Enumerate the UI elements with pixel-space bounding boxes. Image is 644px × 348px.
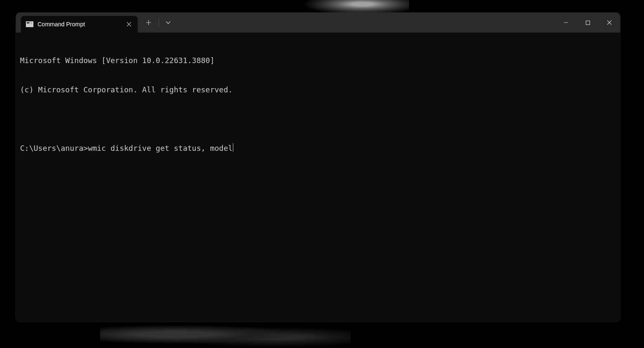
chevron-down-icon xyxy=(166,21,171,24)
close-tab-button[interactable] xyxy=(125,20,133,28)
tab-command-prompt[interactable]: Command Prompt xyxy=(21,16,138,33)
command-input[interactable]: wmic diskdrive get status, model xyxy=(88,143,233,153)
tab-dropdown-button[interactable] xyxy=(162,15,175,30)
cmd-icon xyxy=(26,21,33,27)
titlebar[interactable]: Command Prompt xyxy=(16,13,620,33)
terminal-content[interactable]: Microsoft Windows [Version 10.0.22631.38… xyxy=(16,33,620,322)
text-cursor xyxy=(233,143,233,152)
minimize-icon xyxy=(563,20,568,25)
close-icon xyxy=(127,22,131,26)
window-controls xyxy=(555,13,620,33)
terminal-window: Command Prompt xyxy=(16,13,620,322)
svg-rect-5 xyxy=(586,21,590,25)
maximize-icon xyxy=(586,20,590,25)
tab-title: Command Prompt xyxy=(38,21,121,28)
prompt-path: C:\Users\anura> xyxy=(20,143,88,153)
wallpaper-fragment xyxy=(100,321,351,348)
close-icon xyxy=(607,20,612,25)
tab-controls xyxy=(138,13,175,33)
plus-icon xyxy=(146,20,151,25)
header-line-1: Microsoft Windows [Version 10.0.22631.38… xyxy=(20,56,616,65)
new-tab-button[interactable] xyxy=(141,15,156,30)
tabs-area: Command Prompt xyxy=(16,13,138,33)
divider xyxy=(159,18,159,27)
header-line-2: (c) Microsoft Corporation. All rights re… xyxy=(20,85,616,94)
blank-line xyxy=(20,114,616,124)
close-window-button[interactable] xyxy=(599,13,620,33)
maximize-button[interactable] xyxy=(577,13,599,33)
prompt-line: C:\Users\anura>wmic diskdrive get status… xyxy=(20,143,616,153)
minimize-button[interactable] xyxy=(555,13,577,33)
